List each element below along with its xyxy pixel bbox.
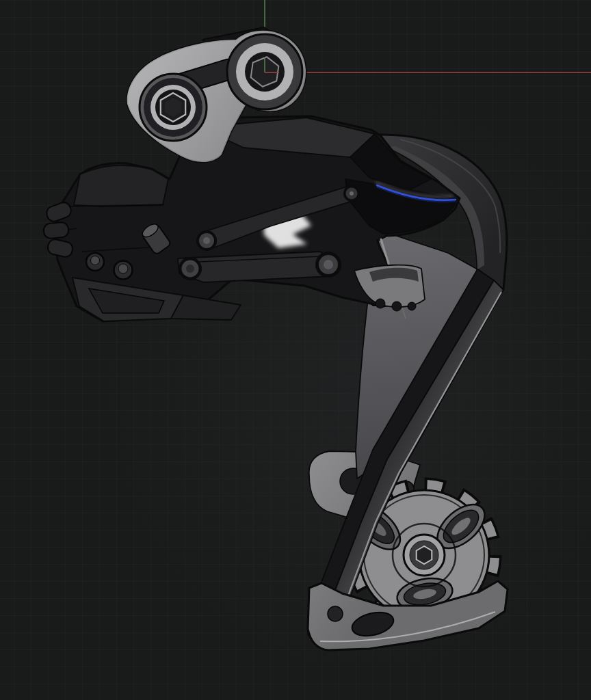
- pivot-bolt[interactable]: [140, 74, 207, 141]
- lower-link-pivot: [179, 257, 202, 280]
- motor-top-face: [74, 165, 168, 206]
- lower-link-pivot: [315, 252, 341, 278]
- bracket-bolt[interactable]: [227, 34, 302, 109]
- upper-link-pivot: [343, 185, 360, 202]
- 3d-viewport[interactable]: [0, 0, 591, 700]
- hex-socket: [417, 546, 432, 564]
- upper-link-pivot: [196, 230, 217, 251]
- plate-cutout: [328, 606, 343, 621]
- viewport-canvas[interactable]: [0, 0, 591, 700]
